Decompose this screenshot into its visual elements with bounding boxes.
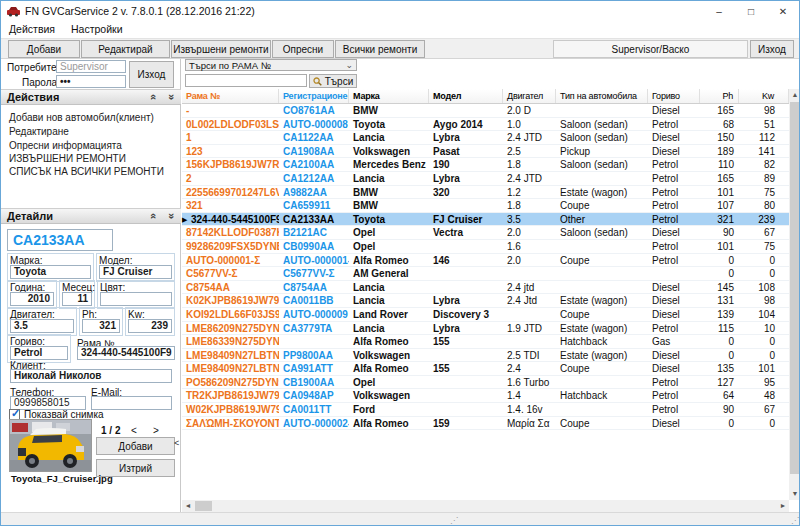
vin-input[interactable]: 324-440-5445100F9	[77, 346, 175, 360]
splitter-collapse-icon[interactable]: <	[174, 438, 179, 448]
fuel-input[interactable]: Petrol	[10, 346, 68, 360]
column-header-model[interactable]: Модел	[429, 89, 503, 103]
scroll-up-icon[interactable]: ▲	[789, 89, 800, 101]
expand-icon[interactable]: »	[163, 210, 181, 222]
action-done-repairs[interactable]: ИЗВЪРШЕНИ РЕМОНТИ	[9, 153, 126, 164]
table-row[interactable]: 2CA1212AALanciaLybra2.4 JTDPetrol16589	[182, 172, 789, 186]
search-mode-select[interactable]: Търси по РАМА № ⌄	[185, 59, 357, 71]
table-row[interactable]: 0L002LDLODF03LS45AUTO-000008ToyotaAygo 2…	[182, 118, 789, 132]
table-row[interactable]: -CO8761AABMW2.0 DDiesel16598	[182, 104, 789, 118]
table-row[interactable]: 1CA1122AALanciaLybra2.4 JTDSaloon (sedan…	[182, 131, 789, 145]
model-input[interactable]: FJ Cruiser	[99, 265, 172, 279]
table-row[interactable]: AUTO-000001-ΣAUTO-000001-ΣAlfa Romeo1462…	[182, 254, 789, 268]
plate-number-display[interactable]: CA2133AA	[7, 229, 113, 251]
table-row[interactable]: C8754AAC8754AALancia2.4 jtdDiesel145108	[182, 281, 789, 295]
column-header-kw[interactable]: Kw	[739, 89, 789, 103]
cell-model: Pasat	[429, 145, 503, 158]
table-row[interactable]: 156KJPB8619JW7REDCA2100AAMercedes Benz19…	[182, 158, 789, 172]
scroll-left-icon[interactable]: ◄	[182, 500, 194, 512]
table-row[interactable]: KOI92LDL66F03JS99AUTO-000009Land RoverDi…	[182, 308, 789, 322]
expand-icon[interactable]: »	[163, 91, 181, 103]
search-input[interactable]	[185, 74, 307, 87]
column-header-tip[interactable]: Тип на автомобила	[556, 89, 648, 103]
horizontal-scroll-thumb[interactable]	[195, 501, 212, 511]
ph-input[interactable]: 321	[82, 319, 120, 333]
photo-prev-button[interactable]: <	[131, 425, 137, 436]
table-row[interactable]: W02KJPB8619JW791NCA0011TTFord1.4. 16vPet…	[182, 403, 789, 417]
action-add-vehicle[interactable]: Добави нов автомобил(клиент)	[9, 112, 154, 123]
table-row[interactable]: LME86339N275DYNB2Alfa Romeo155HatchbackG…	[182, 335, 789, 349]
table-row[interactable]: LME98409N27LBTNB0PP9800AAVolkswagen2.5 T…	[182, 349, 789, 363]
cell-rama: LME98409N27LBTNB0	[182, 349, 279, 362]
phone-input[interactable]: 0999858015	[10, 396, 86, 410]
kw-input[interactable]: 239	[128, 319, 172, 333]
action-refresh-info[interactable]: Опресни информацията	[9, 140, 122, 151]
action-edit[interactable]: Редактиране	[9, 126, 69, 137]
cell-dvigatel: 1.4. 16v	[503, 403, 556, 416]
table-row[interactable]: 99286209FSX5DYNB2CB0990AAOpel1.6Petrol10…	[182, 240, 789, 254]
table-row[interactable]: ▶324-440-5445100F9CA2133AAToyotaFJ Cruis…	[182, 213, 789, 227]
collapse-icon[interactable]: «	[145, 91, 163, 103]
table-row[interactable]: TR2KJPB8619JW791NCA0948APVolkswagen1.4Ha…	[182, 389, 789, 403]
photo-add-button[interactable]: Добави	[96, 437, 175, 455]
column-header-dvigatel[interactable]: Двигател	[503, 89, 556, 103]
password-input[interactable]: •••	[56, 75, 126, 88]
cell-rama: C8754AA	[182, 281, 279, 294]
photo-next-button[interactable]: >	[153, 425, 159, 436]
year-input[interactable]: 2010	[10, 292, 54, 306]
engine-input[interactable]: 3.5	[10, 319, 74, 333]
column-header-gorivo[interactable]: Гориво	[648, 89, 700, 103]
table-row[interactable]: C5677VV-ΣC5677VV-ΣAM General00	[182, 267, 789, 281]
marka-input[interactable]: Toyota	[10, 265, 91, 279]
cell-rama: PO586209N275DYN98	[182, 376, 279, 389]
column-header-rama[interactable]: Рама №	[182, 89, 279, 103]
current-user-button[interactable]: Supervisor/Васко	[553, 40, 748, 58]
toolbar-repairs-button[interactable]: Извършени ремонти	[171, 40, 271, 58]
table-row[interactable]: K02KJPB8619JW791NCA0011BBLanciaLybra2.4 …	[182, 294, 789, 308]
minimize-button[interactable]: –	[703, 1, 735, 21]
cell-tip: Pickup	[556, 145, 648, 158]
user-input[interactable]: Supervisor	[56, 60, 126, 73]
menu-settings[interactable]: Настройки	[63, 21, 131, 37]
email-input[interactable]	[91, 396, 172, 410]
resize-grip-icon[interactable]: ⋰	[791, 516, 798, 525]
vertical-scrollbar[interactable]: ▲ ▼	[789, 89, 800, 500]
column-header-reg[interactable]: Регистрационен №	[279, 89, 349, 103]
logout-button[interactable]: Изход	[129, 61, 174, 88]
column-header-ph[interactable]: Ph	[700, 89, 739, 103]
cell-marka: Volkswagen	[349, 389, 429, 402]
column-header-marka[interactable]: Марка	[349, 89, 429, 103]
client-input[interactable]: Николай Николов	[10, 369, 172, 383]
search-button[interactable]: Търси	[309, 74, 357, 88]
scroll-right-icon[interactable]: ►	[777, 500, 789, 512]
cell-reg: PP9800AA	[279, 349, 349, 362]
table-row[interactable]: 22556699701247L6VA9882AABMW3201.2Estate …	[182, 186, 789, 200]
month-input[interactable]: 11	[62, 292, 92, 306]
horizontal-scrollbar[interactable]: ◄ ►	[182, 500, 789, 512]
cell-ph: 189	[700, 145, 739, 158]
table-row[interactable]: ΣΑΛΏΜΗ-ΣΚΟΥΟΝΤΟΦAUTO-000002-ΣAlfa Romeo1…	[182, 417, 789, 431]
cell-reg: C8754AA	[279, 281, 349, 294]
toolbar-add-button[interactable]: Добави	[8, 40, 80, 58]
collapse-icon[interactable]: «	[145, 210, 163, 222]
color-input[interactable]	[100, 292, 172, 306]
scroll-down-icon[interactable]: ▼	[789, 488, 800, 500]
toolbar-all-repairs-button[interactable]: Всички ремонти	[335, 40, 425, 58]
table-row[interactable]: LME98409N27LBTNB1CA991ATTAlfa Romeo1552.…	[182, 362, 789, 376]
toolbar-edit-button[interactable]: Редактирай	[81, 40, 170, 58]
close-button[interactable]: ✕	[767, 1, 799, 21]
menu-actions[interactable]: Действия	[1, 21, 63, 37]
table-row[interactable]: 87142KLLODF0387K2B2121ACOpelVectra2.0Sal…	[182, 226, 789, 240]
table-row[interactable]: 321CA659911BMW1.8CoupePetrol10780	[182, 199, 789, 213]
vertical-scroll-thumb[interactable]	[790, 102, 800, 474]
table-row[interactable]: LME86209N275DYNB2CA3779TALanciaLybra1.9 …	[182, 322, 789, 336]
cell-tip: Coupe	[556, 254, 648, 267]
cell-rama: -	[182, 104, 279, 117]
table-row[interactable]: 123CA1908AAVolkswagenPasat2.5PickupDiese…	[182, 145, 789, 159]
table-row[interactable]: PO586209N275DYN98CB1900AAOpel1.6 TurboPe…	[182, 376, 789, 390]
toolbar-refresh-button[interactable]: Опресни	[272, 40, 334, 58]
cell-rama: K02KJPB8619JW791N	[182, 294, 279, 307]
maximize-button[interactable]: □	[735, 1, 767, 21]
toolbar-exit-button[interactable]: Изход	[750, 40, 794, 58]
action-all-repairs-list[interactable]: СПИСЪК НА ВСИЧКИ РЕМОНТИ	[9, 166, 164, 177]
